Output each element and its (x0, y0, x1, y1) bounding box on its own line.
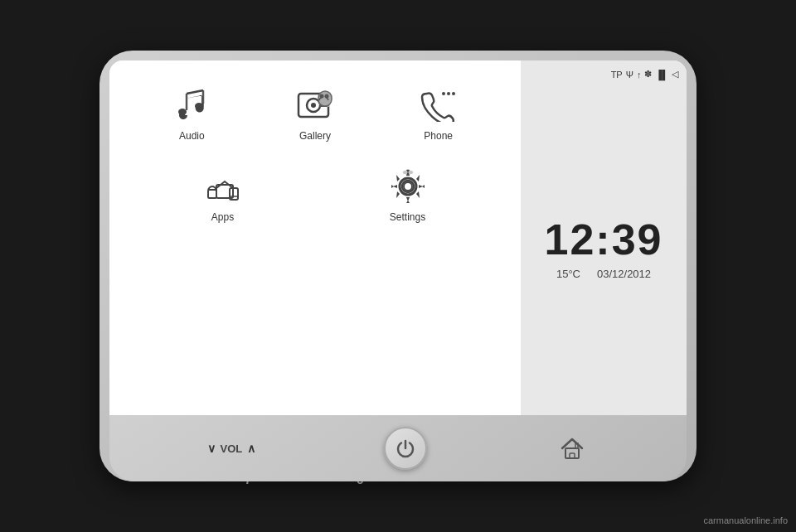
volume-icon: ◁ (672, 69, 678, 80)
screen-left: Audio (109, 60, 521, 415)
vol-down-button[interactable]: ∨ (207, 442, 216, 455)
clock-area: 12:39 15°C 03/12/2012 (529, 86, 678, 409)
screen-right: TP Ψ ↑ ✽ ▐▌ ◁ 12:39 15°C 03/12/2012 (521, 60, 687, 415)
svg-point-1 (195, 103, 203, 109)
svg-rect-14 (208, 190, 216, 198)
clock-info: 15°C 03/12/2012 (556, 268, 651, 280)
settings-icon (388, 167, 428, 206)
audio-icon (172, 85, 211, 125)
watermark: carmanualonline.info (703, 515, 788, 525)
bluetooth-icon: ✽ (644, 69, 652, 80)
vol-label: VOL (221, 443, 243, 455)
date: 03/12/2012 (597, 268, 651, 280)
temperature: 15°C (556, 268, 580, 280)
power-button[interactable] (384, 427, 427, 470)
home-icon (559, 435, 585, 462)
gallery-app[interactable]: Gallery (254, 77, 377, 150)
battery-icon: ▐▌ (655, 70, 668, 80)
gallery-label: Gallery (299, 130, 331, 142)
svg-point-10 (442, 92, 445, 95)
svg-line-2 (187, 90, 203, 94)
app-grid-row1: Audio (130, 77, 500, 150)
phone-label: Phone (424, 130, 453, 142)
volume-control: ∨ VOL ∧ (207, 442, 256, 455)
screen: Audio (109, 60, 687, 415)
settings-label: Settings (390, 211, 425, 223)
device-body: Audio (100, 51, 696, 481)
mic-icon: ↑ (637, 70, 642, 80)
app-grid-row2: Apps (130, 158, 500, 231)
home-button[interactable] (556, 432, 589, 465)
signal-icon: Ψ (626, 70, 633, 80)
bottom-controls: ∨ VOL ∧ (109, 415, 687, 481)
clock-time: 12:39 (545, 215, 663, 264)
audio-app[interactable]: Audio (130, 77, 254, 150)
svg-point-12 (452, 92, 455, 95)
settings-app[interactable]: Settings (315, 158, 500, 231)
svg-point-5 (311, 103, 316, 108)
status-bar: TP Ψ ↑ ✽ ▐▌ ◁ (529, 67, 678, 86)
tp-status: TP (611, 70, 623, 80)
apps-label: Apps (211, 211, 234, 223)
phone-app[interactable]: Phone (376, 77, 500, 150)
apps-icon (203, 167, 243, 206)
apps-app[interactable]: Apps (130, 158, 315, 231)
audio-label: Audio (179, 130, 205, 142)
svg-point-0 (178, 109, 187, 115)
phone-icon (419, 85, 459, 125)
power-icon (396, 438, 415, 458)
gallery-icon (295, 85, 335, 125)
vol-up-button[interactable]: ∧ (247, 442, 255, 455)
svg-point-19 (404, 182, 412, 191)
svg-point-11 (447, 92, 450, 95)
